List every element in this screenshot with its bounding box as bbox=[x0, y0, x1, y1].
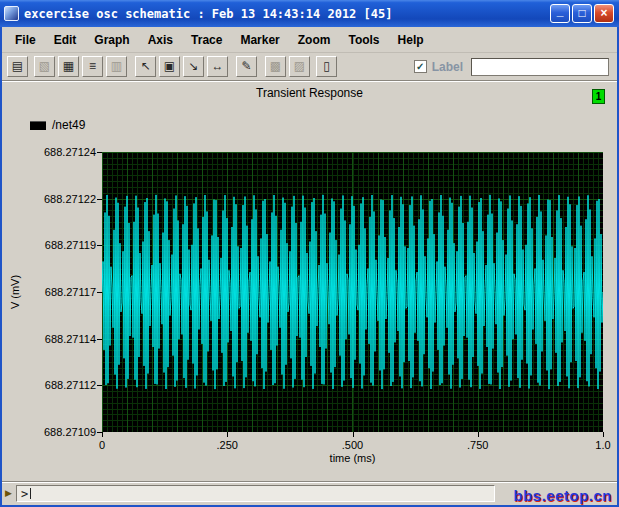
prompt-arrow-icon: ▶ bbox=[5, 488, 12, 498]
titlebar: excercise osc schematic : Feb 13 14:43:1… bbox=[0, 0, 619, 27]
minimize-button[interactable]: _ bbox=[550, 4, 570, 23]
toolbar: ▤▧▦≡▥↖▣↘↔✎▩▨▯ ✓ Label bbox=[2, 53, 617, 80]
menu-graph[interactable]: Graph bbox=[85, 29, 138, 51]
app-window: excercise osc schematic : Feb 13 14:43:1… bbox=[0, 0, 619, 507]
clipboard-icon[interactable]: ▯ bbox=[316, 56, 337, 77]
edit-label-icon[interactable]: ✎ bbox=[236, 56, 257, 77]
toolbar-separator bbox=[2, 80, 617, 82]
maximize-icon: □ bbox=[578, 6, 585, 20]
menu-zoom[interactable]: Zoom bbox=[289, 29, 340, 51]
x-tick-mark bbox=[353, 432, 354, 437]
print-icon[interactable]: ▤ bbox=[7, 56, 28, 77]
x-tick-label: 0 bbox=[77, 439, 127, 451]
y-tick-label: 688.27117 bbox=[24, 286, 96, 299]
label-checkbox[interactable]: ✓ bbox=[414, 60, 427, 73]
menu-axis[interactable]: Axis bbox=[139, 29, 182, 51]
stamp-marker-a-icon: ▩ bbox=[265, 56, 286, 77]
new-subwindow-icon[interactable]: ↖ bbox=[135, 56, 156, 77]
move-trace-icon[interactable]: ↘ bbox=[183, 56, 204, 77]
legend[interactable]: /net49 bbox=[30, 118, 85, 132]
x-tick-mark bbox=[478, 432, 479, 437]
x-tick-mark bbox=[227, 432, 228, 437]
x-axis-title: time (ms) bbox=[102, 452, 603, 464]
x-tick-mark bbox=[603, 432, 604, 437]
menu-marker[interactable]: Marker bbox=[231, 29, 288, 51]
menubar: FileEditGraphAxisTraceMarkerZoomToolsHel… bbox=[2, 27, 617, 53]
text-caret bbox=[30, 488, 31, 499]
menu-trace[interactable]: Trace bbox=[182, 29, 231, 51]
y-tick-label: 688.27109 bbox=[24, 426, 96, 439]
y-tick-label: 688.27114 bbox=[24, 333, 96, 346]
command-input[interactable]: > bbox=[16, 485, 495, 502]
waveform-svg bbox=[102, 152, 603, 432]
y-tick-label: 688.27122 bbox=[24, 193, 96, 206]
overlay-mode-icon: ▥ bbox=[106, 56, 127, 77]
y-tick-label: 688.27112 bbox=[24, 379, 96, 392]
window-title: excercise osc schematic : Feb 13 14:43:1… bbox=[24, 7, 392, 21]
plot-title: Transient Response bbox=[2, 86, 617, 100]
strip-mode-icon[interactable]: ≡ bbox=[82, 56, 103, 77]
x-tick-label: 1.0 bbox=[578, 439, 619, 451]
window-controls: _ □ × bbox=[550, 4, 614, 23]
open-plot-icon: ▧ bbox=[34, 56, 55, 77]
subwindow-badge: 1 bbox=[592, 89, 605, 104]
trace-name: /net49 bbox=[52, 118, 85, 132]
x-tick-label: .250 bbox=[202, 439, 252, 451]
x-tick-label: .500 bbox=[328, 439, 378, 451]
app-icon bbox=[4, 6, 19, 21]
y-axis-label: V (mV) bbox=[9, 275, 21, 309]
close-icon: × bbox=[600, 6, 607, 20]
fit-view-icon[interactable]: ↔ bbox=[207, 56, 228, 77]
maximize-button[interactable]: □ bbox=[572, 4, 592, 23]
y-tick-label: 688.27119 bbox=[24, 239, 96, 252]
label-area: ✓ Label bbox=[414, 58, 609, 76]
x-tick-label: .750 bbox=[453, 439, 503, 451]
close-button[interactable]: × bbox=[594, 4, 614, 23]
menu-tools[interactable]: Tools bbox=[339, 29, 388, 51]
stamp-marker-b-icon: ▨ bbox=[289, 56, 310, 77]
y-tick-label: 688.27124 bbox=[24, 146, 96, 159]
grid-toggle-icon[interactable]: ▦ bbox=[58, 56, 79, 77]
plot-area[interactable] bbox=[102, 152, 603, 432]
menu-edit[interactable]: Edit bbox=[45, 29, 86, 51]
status-separator bbox=[2, 481, 617, 483]
label-checkbox-text: Label bbox=[432, 60, 463, 74]
toolbar-icons: ▤▧▦≡▥↖▣↘↔✎▩▨▯ bbox=[7, 56, 337, 77]
menu-file[interactable]: File bbox=[6, 29, 45, 51]
minimize-icon: _ bbox=[551, 5, 569, 17]
command-prompt: > bbox=[21, 487, 28, 501]
label-input[interactable] bbox=[471, 58, 609, 76]
copy-window-icon[interactable]: ▣ bbox=[159, 56, 180, 77]
menu-help[interactable]: Help bbox=[389, 29, 433, 51]
trace-swatch-icon bbox=[30, 121, 46, 130]
x-tick-mark bbox=[102, 432, 103, 437]
watermark-text: bbs.eetop.cn bbox=[513, 487, 612, 504]
check-icon: ✓ bbox=[416, 61, 424, 72]
